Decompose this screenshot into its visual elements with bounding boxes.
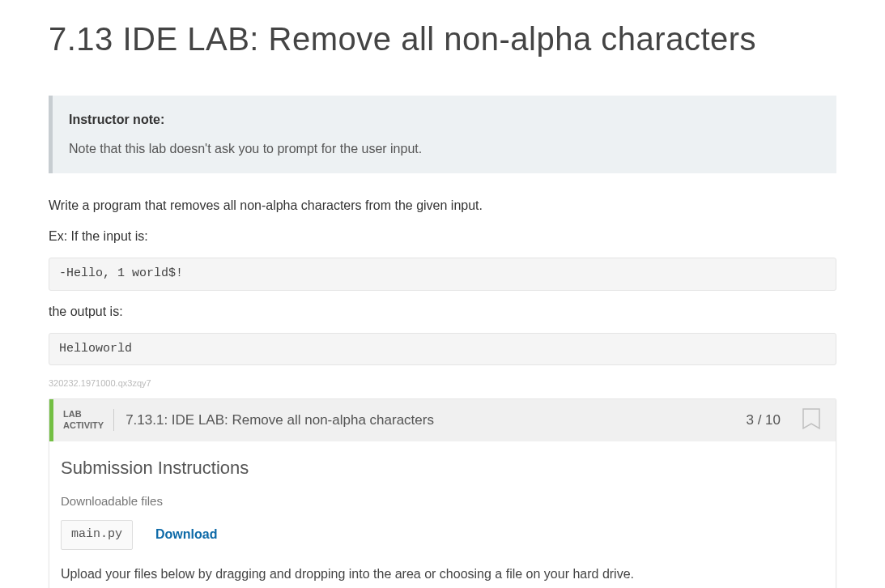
bookmark-icon[interactable] bbox=[800, 407, 823, 433]
downloadable-files-label: Downloadable files bbox=[61, 492, 824, 511]
page-title: 7.13 IDE LAB: Remove all non-alpha chara… bbox=[49, 15, 836, 63]
lab-label-line2: ACTIVITY bbox=[63, 420, 104, 431]
lab-score: 3 / 10 bbox=[746, 410, 781, 431]
file-chip-mainpy: main.py bbox=[61, 520, 133, 550]
upload-instructions: Upload your files below by dragging and … bbox=[61, 565, 824, 584]
prompt-line-3: the output is: bbox=[49, 302, 836, 322]
prompt-line-2: Ex: If the input is: bbox=[49, 227, 836, 246]
lab-header: LAB ACTIVITY 7.13.1: IDE LAB: Remove all… bbox=[49, 399, 836, 441]
hash-id: 320232.1971000.qx3zqy7 bbox=[49, 377, 836, 390]
example-input-code: -Hello, 1 world$! bbox=[49, 258, 836, 291]
download-row: main.py Download bbox=[61, 520, 824, 550]
lab-activity-label: LAB ACTIVITY bbox=[63, 409, 114, 430]
lab-title: 7.13.1: IDE LAB: Remove all non-alpha ch… bbox=[126, 410, 734, 431]
lab-body: Submission Instructions Downloadable fil… bbox=[49, 441, 836, 589]
lab-card: LAB ACTIVITY 7.13.1: IDE LAB: Remove all… bbox=[49, 398, 836, 589]
instructor-note: Instructor note: Note that this lab does… bbox=[49, 96, 836, 173]
submission-heading: Submission Instructions bbox=[61, 454, 824, 481]
example-output-code: Helloworld bbox=[49, 333, 836, 366]
instructor-note-label: Instructor note: bbox=[69, 110, 820, 130]
lab-label-line1: LAB bbox=[63, 409, 104, 420]
instructor-note-body: Note that this lab doesn't ask you to pr… bbox=[69, 139, 820, 159]
prompt-line-1: Write a program that removes all non-alp… bbox=[49, 196, 836, 215]
download-link[interactable]: Download bbox=[155, 525, 217, 544]
